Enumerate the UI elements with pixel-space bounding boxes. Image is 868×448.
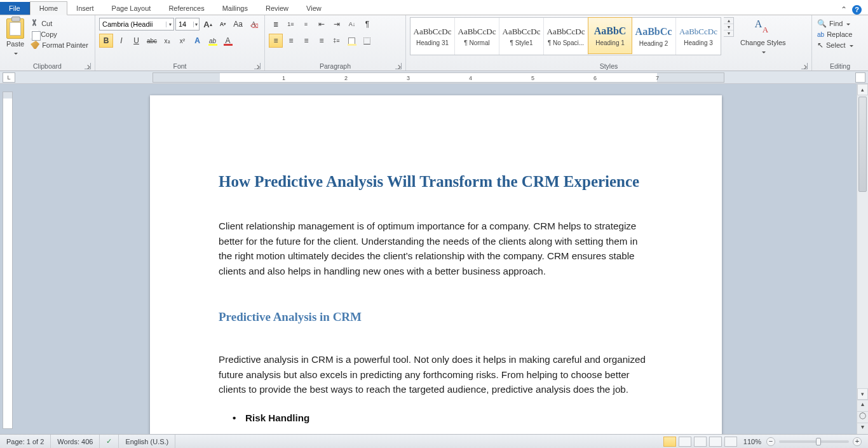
page-content[interactable]: How Predictive Analysis Will Transform t…: [150, 95, 722, 434]
clear-formatting-button[interactable]: A⌫: [247, 17, 261, 31]
view-full-screen[interactable]: [679, 437, 691, 447]
change-styles-dropdown-icon[interactable]: [761, 48, 766, 55]
select-dropdown-icon[interactable]: [848, 41, 853, 49]
bullets-button[interactable]: ≣: [269, 17, 283, 31]
styles-gallery-scroll[interactable]: ▴▾▾: [724, 17, 734, 37]
doc-heading-1[interactable]: How Predictive Analysis Will Transform t…: [219, 173, 653, 191]
style-item-3[interactable]: AaBbCcDc¶ No Spaci...: [544, 18, 588, 55]
change-styles-button[interactable]: A A Change Styles: [736, 17, 790, 57]
style-item-4[interactable]: AaBbCHeading 1: [588, 17, 632, 54]
find-dropdown-icon[interactable]: [845, 20, 850, 27]
align-right-button[interactable]: ≡: [299, 34, 313, 48]
font-color-button[interactable]: A: [221, 34, 235, 48]
scroll-up-icon[interactable]: ▴: [857, 84, 868, 95]
view-draft[interactable]: [724, 437, 737, 447]
gallery-more-icon[interactable]: ▾: [724, 31, 733, 36]
status-language[interactable]: English (U.S.): [119, 435, 175, 448]
scroll-down-icon[interactable]: ▾: [857, 388, 868, 400]
styles-launcher-icon[interactable]: [801, 63, 808, 69]
line-spacing-button[interactable]: ‡≡: [330, 34, 344, 48]
horizontal-ruler[interactable]: 1234567: [153, 72, 724, 83]
cut-button[interactable]: Cut: [29, 18, 90, 28]
font-launcher-icon[interactable]: [254, 63, 261, 69]
italic-button[interactable]: I: [114, 34, 128, 48]
clipboard-launcher-icon[interactable]: [85, 63, 91, 69]
tab-selector[interactable]: L: [3, 72, 15, 83]
zoom-in-button[interactable]: +: [853, 437, 862, 446]
numbering-button[interactable]: 1≡: [284, 17, 298, 31]
view-outline[interactable]: [709, 437, 722, 447]
underline-button[interactable]: U: [130, 34, 144, 48]
tab-page-layout[interactable]: Page Layout: [103, 2, 160, 15]
paragraph-launcher-icon[interactable]: [395, 63, 402, 69]
font-name-dropdown-icon[interactable]: ▾: [166, 22, 173, 27]
status-proofing[interactable]: ✓: [100, 435, 119, 448]
status-words[interactable]: Words: 406: [51, 435, 100, 448]
status-page[interactable]: Page: 1 of 2: [0, 435, 51, 448]
tab-mailings[interactable]: Mailings: [214, 2, 257, 15]
grow-font-button[interactable]: A▴: [201, 17, 215, 31]
superscript-button[interactable]: x²: [175, 34, 189, 48]
doc-bullet-1[interactable]: Risk Handling: [245, 412, 653, 423]
next-page-icon[interactable]: ▾: [857, 423, 868, 434]
scroll-thumb[interactable]: [858, 97, 867, 192]
zoom-slider[interactable]: [779, 440, 849, 443]
help-icon[interactable]: ?: [852, 5, 862, 15]
doc-paragraph-1[interactable]: Client relationship management is of opt…: [219, 219, 653, 278]
browse-object-icon[interactable]: ◯: [857, 411, 868, 423]
zoom-slider-thumb[interactable]: [816, 438, 821, 445]
shrink-font-button[interactable]: A▾: [216, 17, 230, 31]
style-item-6[interactable]: AaBbCcDcHeading 3: [676, 18, 721, 55]
justify-button[interactable]: ≡: [315, 34, 329, 48]
tab-file[interactable]: File: [0, 2, 30, 15]
view-web-layout[interactable]: [694, 437, 707, 447]
replace-button[interactable]: abReplace: [816, 30, 853, 39]
text-effects-button[interactable]: A: [191, 34, 205, 48]
highlight-button[interactable]: ab: [206, 34, 220, 48]
tab-home[interactable]: Home: [30, 1, 67, 15]
gallery-down-icon[interactable]: ▾: [724, 24, 733, 31]
subscript-button[interactable]: x₂: [160, 34, 174, 48]
tab-view[interactable]: View: [297, 2, 330, 15]
font-size-dropdown-icon[interactable]: ▾: [193, 22, 199, 27]
borders-button[interactable]: [360, 34, 374, 48]
show-marks-button[interactable]: ¶: [360, 17, 374, 31]
select-button[interactable]: ↖Select: [816, 40, 855, 50]
zoom-out-button[interactable]: −: [766, 437, 775, 446]
sort-button[interactable]: A↓: [345, 17, 359, 31]
change-case-button[interactable]: Aa: [231, 17, 245, 31]
increase-indent-button[interactable]: ⇥: [330, 17, 344, 31]
font-size-combo[interactable]: ▾: [175, 18, 200, 31]
minimize-ribbon-icon[interactable]: ⌃: [841, 5, 847, 15]
vertical-ruler[interactable]: [3, 92, 13, 429]
shading-button[interactable]: [345, 34, 359, 48]
gallery-up-icon[interactable]: ▴: [724, 18, 733, 24]
format-painter-button[interactable]: Format Painter: [29, 40, 90, 50]
font-name-input[interactable]: [100, 20, 166, 28]
align-left-button[interactable]: ≡: [269, 34, 283, 48]
bold-button[interactable]: B: [99, 34, 113, 48]
find-button[interactable]: 🔍Find: [816, 18, 851, 29]
style-item-0[interactable]: AaBbCcDcHeading 31: [410, 18, 455, 55]
font-size-input[interactable]: [176, 20, 193, 28]
scroll-track[interactable]: [857, 95, 868, 388]
tab-review[interactable]: Review: [257, 2, 297, 15]
style-item-2[interactable]: AaBbCcDc¶ Style1: [499, 18, 544, 55]
vertical-scrollbar[interactable]: ▴ ▾ ▴ ◯ ▾: [857, 84, 868, 434]
paste-button[interactable]: Paste: [4, 17, 27, 58]
style-item-1[interactable]: AaBbCcDc¶ Normal: [455, 18, 499, 55]
document-canvas[interactable]: How Predictive Analysis Will Transform t…: [0, 84, 857, 434]
decrease-indent-button[interactable]: ⇤: [315, 17, 329, 31]
doc-paragraph-2[interactable]: Predictive analysis in CRM is a powerful…: [219, 352, 653, 397]
multilevel-button[interactable]: ≡: [299, 17, 313, 31]
prev-page-icon[interactable]: ▴: [857, 400, 868, 411]
strike-button[interactable]: abc: [145, 34, 159, 48]
copy-button[interactable]: Copy: [29, 29, 90, 39]
paste-dropdown-icon[interactable]: [13, 49, 18, 57]
doc-heading-2[interactable]: Predictive Analysis in CRM: [219, 310, 653, 324]
view-print-layout[interactable]: [663, 437, 676, 447]
ruler-toggle[interactable]: [855, 72, 865, 83]
tab-references[interactable]: References: [159, 2, 213, 15]
style-item-5[interactable]: AaBbCcHeading 2: [632, 18, 676, 55]
font-name-combo[interactable]: ▾: [99, 18, 174, 31]
